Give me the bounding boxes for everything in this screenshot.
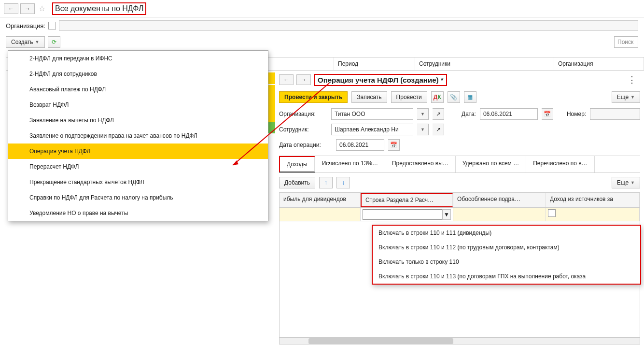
employee-dropdown-button[interactable]: ▼ — [417, 124, 429, 135]
dialog-kebab-icon[interactable]: ⋮ — [624, 74, 640, 85]
arrow-up-icon: ↑ — [324, 179, 327, 186]
form-row-org-date: Организация: Титан ООО ▼ ↗ Дата: 06.08.2… — [275, 106, 644, 122]
org-dropdown-button[interactable]: ▼ — [417, 108, 429, 120]
save-button[interactable]: Записать — [351, 91, 387, 103]
op-date-calendar-button[interactable]: 📅 — [388, 139, 400, 151]
structure-button[interactable]: ▦ — [464, 91, 476, 103]
cell-profit-dividends[interactable] — [280, 208, 361, 221]
row-marker-yellow — [268, 85, 275, 122]
menu-item-advance-confirmation[interactable]: Заявление о подтверждении права на зачет… — [8, 128, 268, 144]
dialog-title: Операция учета НДФЛ (создание) * — [314, 74, 447, 86]
post-button[interactable]: Провести — [391, 91, 427, 103]
date-label: Дата: — [462, 111, 476, 117]
col-org[interactable]: Организация — [554, 57, 644, 70]
number-label: Номер: — [567, 111, 586, 117]
org-filter-label: Организация: — [6, 22, 45, 29]
cell-section2-row[interactable]: ▼ — [361, 208, 453, 221]
menu-item-refund[interactable]: Возврат НДФЛ — [8, 97, 268, 113]
dialog-forward-button[interactable]: → — [296, 74, 311, 85]
org-filter-input[interactable] — [59, 20, 638, 31]
employee-label: Сотрудник: — [279, 126, 327, 133]
org-input[interactable]: Титан ООО — [331, 108, 413, 120]
nav-back-button[interactable]: ← — [4, 3, 18, 14]
tab-withheld-all[interactable]: Удержано по всем … — [456, 156, 526, 172]
employee-input[interactable]: Шарпаев Александр Ни — [331, 124, 413, 135]
toolbar-row: Создать ▼ ⟳ Поиск — [0, 34, 644, 50]
post-close-button[interactable]: Провести и закрыть — [279, 91, 348, 103]
op-date-input[interactable]: 06.08.2021 — [336, 139, 384, 151]
menu-item-advance-payment[interactable]: Авансовый платеж по НДФЛ — [8, 82, 268, 97]
grid-hscrollbar[interactable] — [280, 337, 640, 344]
search-placeholder: Поиск — [617, 39, 633, 45]
menu-item-recalculation[interactable]: Перерасчет НДФЛ — [8, 159, 268, 174]
debit-credit-icon: ДК — [434, 94, 441, 100]
chevron-down-icon: ▼ — [444, 211, 449, 218]
tab-calculated-13[interactable]: Исчислено по 13%… — [315, 156, 385, 172]
col-period[interactable]: Период — [334, 57, 415, 70]
scrollbar-thumb[interactable] — [308, 338, 453, 344]
dialog-toolbar: Провести и закрыть Записать Провести ДК … — [275, 88, 644, 106]
col-profit-dividends[interactable]: ибыль для дивидендов — [280, 193, 361, 207]
menu-item-deduction-application[interactable]: Заявление на вычеты по НДФЛ — [8, 113, 268, 128]
chevron-down-icon: ▼ — [420, 127, 425, 132]
dialog-back-button[interactable]: ← — [279, 74, 294, 85]
tab-more-button[interactable]: Еще ▼ — [612, 177, 640, 188]
section2-input[interactable] — [363, 209, 451, 220]
employee-open-button[interactable]: ↗ — [433, 124, 444, 135]
register-button[interactable]: ДК — [431, 91, 444, 103]
menu-item-stop-deductions[interactable]: Прекращение стандартных вычетов НДФЛ — [8, 174, 268, 190]
date-input[interactable]: 06.08.2021 — [480, 108, 538, 120]
search-input[interactable]: Поиск — [614, 36, 638, 48]
menu-item-operation-ndfl[interactable]: Операция учета НДФЛ — [8, 144, 268, 159]
filter-row: Организация: — [0, 17, 644, 34]
form-row-op-date: Дата операции: 06.08.2021 📅 — [275, 137, 644, 153]
tab-income[interactable]: Доходы — [279, 156, 315, 172]
favorite-star-icon[interactable]: ☆ — [37, 3, 47, 14]
section2-dropdown-list: Включать в строки 110 и 111 (дивиденды) … — [372, 225, 641, 285]
add-row-button[interactable]: Добавить — [279, 177, 315, 188]
attach-button[interactable]: 📎 — [448, 91, 460, 103]
section2-dropdown-button[interactable]: ▼ — [442, 209, 451, 220]
menu-item-certificates[interactable]: Справки по НДФЛ для Расчета по налогу на… — [8, 190, 268, 205]
move-down-button[interactable]: ↓ — [336, 177, 350, 188]
nav-forward-button[interactable]: → — [20, 3, 35, 14]
org-filter-checkbox[interactable] — [48, 22, 56, 29]
org-label: Организация: — [279, 111, 327, 117]
section2-option-110-only[interactable]: Включать только в строку 110 — [373, 255, 640, 269]
cell-separate-div[interactable] — [453, 208, 546, 221]
section2-option-110-111[interactable]: Включать в строки 110 и 111 (дивиденды) — [373, 226, 640, 240]
col-employees[interactable]: Сотрудники — [415, 57, 554, 70]
tab-toolbar: Добавить ↑ ↓ Еще ▼ — [275, 173, 644, 192]
section2-option-110-112[interactable]: Включать в строки 110 и 112 (по трудовым… — [373, 240, 640, 255]
chevron-down-icon: ▼ — [630, 180, 635, 185]
move-up-button[interactable]: ↑ — [319, 177, 333, 188]
col-income-sources[interactable]: Доход из источников за — [546, 193, 640, 207]
create-button-label: Создать — [11, 39, 33, 45]
form-row-employee: Сотрудник: Шарпаев Александр Ни ▼ ↗ — [275, 122, 644, 137]
open-icon: ↗ — [436, 126, 441, 133]
col-section2-row[interactable]: Строка Раздела 2 Расч… — [361, 193, 453, 207]
calendar-icon: 📅 — [390, 142, 397, 148]
calendar-icon: 📅 — [544, 111, 551, 117]
paperclip-icon: 📎 — [450, 94, 457, 101]
create-button[interactable]: Создать ▼ — [6, 36, 45, 48]
chevron-down-icon: ▼ — [420, 112, 425, 116]
menu-item-2ndfl-employees[interactable]: 2-НДФЛ для сотрудников — [8, 66, 268, 82]
refresh-button[interactable]: ⟳ — [48, 36, 60, 48]
org-open-button[interactable]: ↗ — [433, 108, 444, 120]
date-calendar-button[interactable]: 📅 — [542, 108, 553, 120]
col-separate-div[interactable]: Обособленное подра… — [453, 193, 546, 207]
row-marker-green — [268, 122, 275, 133]
tab-deductions-provided[interactable]: Предоставлено вы… — [385, 156, 456, 172]
topbar: ← → ☆ Все документы по НДФЛ — [0, 0, 644, 17]
tab-transferred[interactable]: Перечислено по в… — [526, 156, 594, 172]
menu-item-notification[interactable]: Уведомление НО о праве на вычеты — [8, 205, 268, 221]
section2-option-110-113[interactable]: Включать в строки 110 и 113 (по договора… — [373, 269, 640, 284]
create-menu: 2-НДФЛ для передачи в ИФНС 2-НДФЛ для со… — [8, 50, 268, 221]
menu-item-2ndfl-ifns[interactable]: 2-НДФЛ для передачи в ИФНС — [8, 51, 268, 66]
number-input[interactable] — [590, 108, 640, 120]
cell-income-sources[interactable] — [546, 208, 640, 221]
income-sources-checkbox[interactable] — [548, 209, 556, 217]
dialog-header: ← → Операция учета НДФЛ (создание) * ⋮ — [275, 72, 644, 88]
dialog-more-button[interactable]: Еще ▼ — [612, 91, 640, 103]
